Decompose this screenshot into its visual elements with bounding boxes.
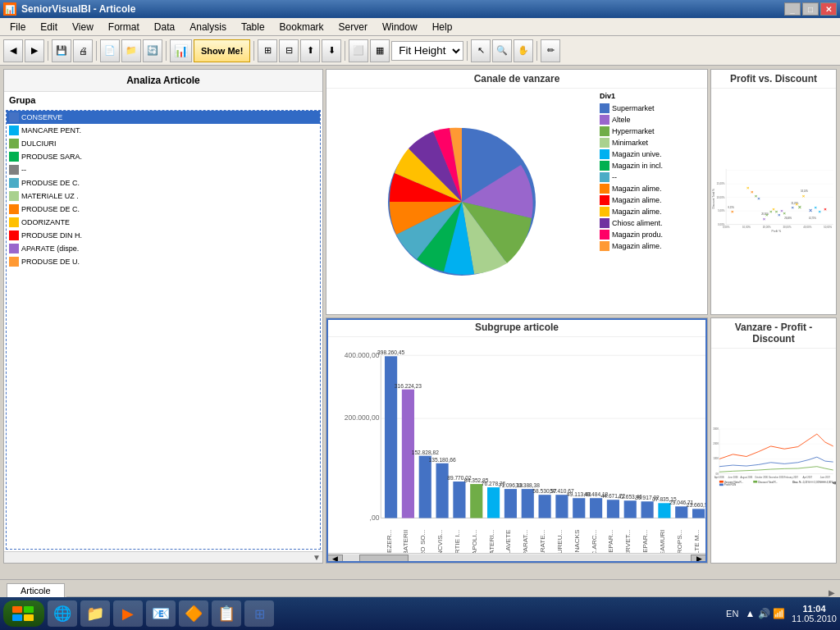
- new-button[interactable]: 📄: [100, 39, 120, 62]
- group-row-10[interactable]: APARATE (dispe.: [7, 242, 320, 255]
- svg-text:×: ×: [824, 207, 827, 212]
- toolbar: ◀ ▶ 💾 🖨 📄 📁 🔄 📊 Show Me! ⊞ ⊟ ⬆ ⬇ ⬜ ▦ Fit…: [0, 36, 840, 66]
- svg-text:NAPOLI...: NAPOLI...: [471, 530, 478, 553]
- menu-help[interactable]: Help: [426, 20, 459, 34]
- taskbar-orange[interactable]: 🔶: [179, 600, 208, 627]
- taskbar-files[interactable]: 📋: [212, 600, 241, 627]
- svg-text:,00: ,00: [370, 513, 380, 521]
- taskbar-app7[interactable]: ⊞: [244, 600, 274, 627]
- toolbar-separator-6: [467, 41, 468, 61]
- scatter-chart-panel: Profit vs. Discount 0,00% 5,00% 10,00% 1…: [710, 69, 837, 315]
- scatter-area: 0,00% 5,00% 10,00% 15,00% 0,00% 10,00% 2…: [711, 89, 836, 314]
- group-row-1[interactable]: MANCARE PENT.: [7, 124, 320, 137]
- zoom-button[interactable]: 🔍: [492, 39, 512, 62]
- group-row-2[interactable]: DULCIURI: [7, 137, 320, 150]
- maximize-button[interactable]: □: [802, 2, 819, 16]
- svg-text:Discount Total %: Discount Total %: [712, 189, 715, 209]
- group-row-8[interactable]: ODORIZANTE: [7, 216, 320, 229]
- close-button[interactable]: ✕: [820, 2, 837, 16]
- tabs-bar: Articole ▶: [0, 579, 840, 597]
- svg-text:2,00%: 2,00%: [815, 481, 822, 484]
- svg-rect-54: [385, 356, 397, 518]
- taskbar-chrome[interactable]: 🌐: [48, 600, 77, 627]
- group-row-9[interactable]: PRODUSE DIN H.: [7, 229, 320, 242]
- legend-item-11: Magazin produ.: [600, 230, 704, 240]
- menu-server[interactable]: Server: [332, 20, 374, 34]
- menu-window[interactable]: Window: [376, 20, 424, 34]
- taskbar-explorer[interactable]: 📁: [80, 600, 110, 627]
- line-chart-area: 300K 200K 100K 0K: [711, 349, 836, 563]
- tab-scroll-right[interactable]: ▶: [829, 588, 840, 597]
- show-me-button[interactable]: Show Me!: [194, 39, 250, 62]
- window-controls: _ □ ✕: [784, 2, 837, 16]
- group-row-5[interactable]: PRODUSE DE C.: [7, 176, 320, 189]
- legend-item-5: Magazin in incl.: [600, 161, 704, 171]
- print-button[interactable]: 🖨: [73, 39, 93, 62]
- taskbar-outlook[interactable]: 📧: [146, 600, 176, 627]
- svg-text:×: ×: [809, 207, 812, 214]
- taskbar-right: EN ▲ 🔊 📶 11:04 11.05.2010: [726, 604, 837, 623]
- svg-text:0,00%: 0,00%: [723, 226, 730, 229]
- menu-data[interactable]: Data: [148, 20, 181, 34]
- group-label: Grupa: [4, 92, 322, 108]
- back-button[interactable]: ◀: [3, 39, 23, 62]
- svg-text:×: ×: [751, 189, 754, 194]
- legend-item-1: Altele: [600, 115, 704, 125]
- svg-rect-60: [436, 463, 449, 518]
- svg-rect-134: [808, 482, 814, 483]
- svg-text:10,00%: 10,00%: [716, 196, 724, 199]
- down-button[interactable]: ⬇: [322, 39, 341, 62]
- legend-item-0: Supermarket: [600, 103, 704, 113]
- start-button[interactable]: [3, 600, 44, 627]
- tab-articole[interactable]: Articole: [7, 583, 65, 597]
- group-row-11[interactable]: PRODUSE DE U.: [7, 255, 320, 268]
- svg-text:29,48%: 29,48%: [784, 217, 792, 220]
- up-button[interactable]: ⬆: [300, 39, 320, 62]
- group-row-3[interactable]: PRODUSE SARA.: [7, 150, 320, 163]
- layout2-button[interactable]: ▦: [370, 39, 390, 62]
- menu-format[interactable]: Format: [102, 20, 146, 34]
- menu-analysis[interactable]: Analysis: [183, 20, 233, 34]
- svg-rect-90: [692, 509, 705, 518]
- menu-edit[interactable]: Edit: [34, 20, 64, 34]
- pen-button[interactable]: ✏: [541, 39, 560, 62]
- layout-button[interactable]: ⬜: [349, 39, 368, 62]
- svg-text:August 2006: August 2006: [741, 476, 753, 479]
- menu-file[interactable]: File: [3, 20, 32, 34]
- scatter-chart-title: Profit vs. Discount: [711, 70, 836, 89]
- taskbar-media[interactable]: ▶: [113, 600, 143, 627]
- chart-button[interactable]: 📊: [170, 39, 192, 62]
- group-row-7[interactable]: PRODUSE DE C.: [7, 203, 320, 216]
- group-row-4[interactable]: --: [7, 163, 320, 176]
- taskbar-lang: EN: [726, 609, 738, 619]
- fit-height-select[interactable]: Fit Height: [391, 41, 463, 61]
- pan-button[interactable]: ✋: [514, 39, 533, 62]
- group-row-6[interactable]: MATERIALE UZ .: [7, 189, 320, 203]
- zoom-out-button[interactable]: ⊟: [279, 39, 299, 62]
- svg-rect-136: [820, 482, 826, 483]
- svg-text:GEAMURI: GEAMURI: [659, 530, 666, 553]
- menu-table[interactable]: Table: [235, 20, 272, 34]
- forward-button[interactable]: ▶: [25, 39, 44, 62]
- scatter-svg: 0,00% 5,00% 10,00% 15,00% 0,00% 10,00% 2…: [711, 89, 836, 314]
- open-button[interactable]: 📁: [121, 39, 141, 62]
- save-button[interactable]: 💾: [52, 39, 71, 62]
- menu-view[interactable]: View: [66, 20, 100, 34]
- time-display: 11:04 11.05.2010: [792, 604, 837, 623]
- svg-text:30,00%: 30,00%: [783, 226, 791, 229]
- svg-text:34,14%: 34,14%: [801, 189, 809, 193]
- group-row-0[interactable]: CONSERVE: [7, 111, 320, 124]
- zoom-in-button[interactable]: ⊞: [258, 39, 277, 62]
- cursor-button[interactable]: ↖: [471, 39, 491, 62]
- svg-text:PIUREU...: PIUREU...: [556, 530, 564, 553]
- bar-chart-scrollbar[interactable]: ◀ ▶: [326, 553, 707, 563]
- right-panel-scrollbar: ▼: [4, 551, 322, 563]
- svg-text:23.660,52: 23.660,52: [687, 502, 707, 508]
- svg-text:June 2007: June 2007: [820, 476, 831, 479]
- window-title: SeniorVisualBI - Articole: [21, 3, 784, 15]
- svg-rect-143: [12, 614, 22, 621]
- refresh-button[interactable]: 🔄: [143, 39, 162, 62]
- menu-bookmark[interactable]: Bookmark: [273, 20, 331, 34]
- bar-chart-title: Subgrupe articole: [326, 318, 707, 337]
- minimize-button[interactable]: _: [784, 2, 801, 16]
